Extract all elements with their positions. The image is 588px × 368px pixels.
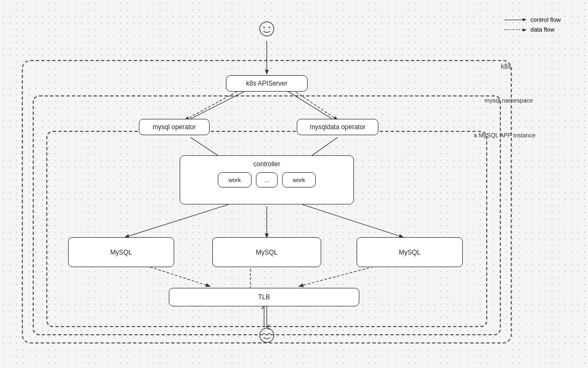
mysql1-node: MySQL bbox=[68, 237, 174, 267]
control-flow-label: control flow bbox=[530, 16, 561, 23]
mysql2-node: MySQL bbox=[212, 237, 321, 267]
diagram-container: control flow data flow k8s mysql namespa… bbox=[16, 11, 572, 357]
apiserver-label: k8s APIServer bbox=[246, 80, 287, 87]
tlb-label: TLB bbox=[258, 293, 270, 301]
svg-point-20 bbox=[269, 333, 271, 335]
ellipsis-node: ... bbox=[256, 172, 278, 188]
bottom-user-icon bbox=[259, 327, 275, 343]
mysqldata-operator-label: mysqldata operator bbox=[310, 123, 366, 131]
controller-label: controller bbox=[253, 160, 280, 168]
svg-point-19 bbox=[264, 333, 265, 335]
work2-node: work bbox=[282, 172, 316, 188]
legend-data-flow: data flow bbox=[504, 26, 561, 33]
work1-node: work bbox=[218, 172, 252, 188]
svg-point-15 bbox=[260, 22, 274, 36]
k8s-label: k8s bbox=[501, 63, 511, 70]
mysql-operator-node: mysql operator bbox=[139, 119, 210, 135]
mysql-operator-label: mysql operator bbox=[152, 123, 195, 131]
mysql2-label: MySQL bbox=[256, 249, 278, 256]
mysql-namespace-label: mysql namespace bbox=[485, 97, 533, 104]
svg-point-17 bbox=[269, 27, 271, 28]
apiserver-node: k8s APIServer bbox=[226, 75, 308, 92]
mysqldata-operator-node: mysqldata operator bbox=[297, 119, 378, 135]
controller-node: controller work ... work bbox=[180, 155, 354, 204]
svg-point-18 bbox=[260, 328, 274, 342]
data-flow-label: data flow bbox=[530, 26, 554, 33]
tlb-node: TLB bbox=[169, 288, 359, 306]
control-flow-arrow bbox=[504, 20, 526, 20]
svg-point-16 bbox=[264, 27, 265, 28]
legend-control-flow: control flow bbox=[504, 16, 561, 23]
top-user-icon bbox=[259, 21, 275, 37]
mysql1-label: MySQL bbox=[110, 249, 132, 256]
mysql3-node: MySQL bbox=[357, 237, 463, 267]
mysql3-label: MySQL bbox=[399, 249, 420, 256]
legend: control flow data flow bbox=[504, 16, 561, 33]
data-flow-arrow bbox=[504, 29, 526, 30]
app-instance-label: a MySQL APP instance bbox=[474, 132, 536, 138]
